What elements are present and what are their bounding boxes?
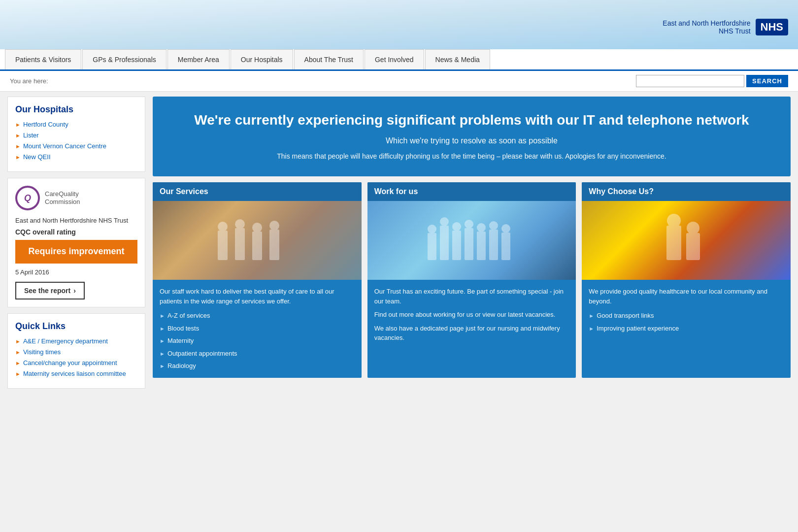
arrow-icon: ► (15, 338, 21, 344)
arrow-icon: ► (15, 133, 21, 138)
quick-link-maternity[interactable]: ► Maternity services liaison committee (15, 370, 137, 377)
arrow-icon: ► (589, 312, 594, 320)
svg-rect-4 (252, 232, 262, 260)
chooseus-card: Why Choose Us? We provide good quality h… (582, 182, 791, 378)
svg-point-25 (687, 222, 699, 234)
org-name: East and North Hertfordshire NHS Trust (663, 19, 750, 35)
services-link-maternity[interactable]: ► Maternity (160, 336, 355, 346)
svg-point-7 (269, 221, 279, 231)
chooseus-card-body: We provide good quality healthcare to ou… (582, 280, 791, 340)
svg-rect-24 (686, 233, 700, 260)
alert-title: We're currently experiencing significant… (172, 111, 771, 129)
main-container: Our Hospitals ► Hertford County ► Lister… (0, 92, 798, 399)
services-link-radiology[interactable]: ► Radiology (160, 361, 355, 371)
svg-point-23 (667, 214, 681, 228)
services-link-az[interactable]: ► A-Z of services (160, 311, 355, 321)
main-nav: Patients & Visitors GPs & Professionals … (0, 49, 798, 71)
svg-point-21 (501, 224, 510, 233)
workforus-card: Work for us (367, 182, 576, 378)
arrow-icon: ► (15, 154, 21, 160)
quick-link-ae[interactable]: ► A&E / Emergency department (15, 337, 137, 345)
services-card-body: Our staff work hard to deliver the best … (153, 280, 362, 378)
chooseus-link-transport[interactable]: ► Good transport links (589, 311, 784, 321)
quick-link-visiting[interactable]: ► Visiting times (15, 348, 137, 356)
nav-item-about[interactable]: About The Trust (294, 49, 364, 69)
services-card-image (153, 201, 362, 280)
svg-point-5 (252, 223, 262, 233)
hospital-link-hertford[interactable]: ► Hertford County (15, 121, 137, 128)
svg-point-11 (440, 217, 449, 226)
hospitals-section: Our Hospitals ► Hertford County ► Lister… (7, 97, 145, 172)
arrow-icon: ► (160, 325, 165, 333)
nav-item-member[interactable]: Member Area (167, 49, 230, 69)
search-button[interactable]: SEARCH (746, 75, 788, 87)
chooseus-card-header: Why Choose Us? (582, 182, 791, 201)
arrow-icon: ► (15, 143, 21, 149)
cqc-trust-name: East and North Hertfordshire NHS Trust (15, 216, 137, 225)
chooseus-link-patient[interactable]: ► Improving patient experience (589, 324, 784, 333)
search-input[interactable] (636, 75, 744, 87)
nav-item-news[interactable]: News & Media (425, 49, 490, 69)
alert-subtitle: Which we're trying to resolve as soon as… (172, 136, 771, 145)
alert-body: This means that people will have difficu… (172, 151, 771, 162)
svg-rect-20 (501, 233, 510, 260)
arrow-icon: ► (15, 122, 21, 128)
alert-banner: We're currently experiencing significant… (153, 97, 791, 176)
svg-rect-14 (465, 228, 473, 260)
services-card: Our Services (153, 182, 362, 378)
breadcrumb-bar: You are here: SEARCH (0, 71, 798, 92)
cqc-rating-label: CQC overall rating (15, 228, 137, 236)
svg-rect-12 (452, 231, 461, 260)
arrow-icon: ► (160, 350, 165, 358)
svg-point-15 (465, 220, 473, 229)
svg-point-1 (218, 222, 228, 232)
quick-links-section: Quick Links ► A&E / Emergency department… (7, 313, 145, 389)
arrow-icon: ► (160, 337, 165, 345)
svg-rect-8 (428, 233, 436, 260)
arrow-icon: ► (160, 312, 165, 320)
workforus-card-body: Our Trust has an exciting future. Be par… (367, 280, 576, 350)
breadcrumb: You are here: (10, 77, 48, 85)
svg-rect-10 (440, 226, 449, 260)
workforus-card-image (367, 201, 576, 280)
cqc-section: Q CareQuality Commission East and North … (7, 178, 145, 307)
services-link-blood[interactable]: ► Blood tests (160, 324, 355, 333)
cqc-logo: Q CareQuality Commission (15, 186, 137, 210)
nav-item-involved[interactable]: Get Involved (365, 49, 424, 69)
cqc-circle-icon: Q (15, 186, 40, 210)
sidebar: Our Hospitals ► Hertford County ► Lister… (7, 97, 145, 395)
arrow-icon: ► (15, 360, 21, 366)
svg-rect-6 (269, 230, 279, 260)
svg-rect-18 (489, 230, 498, 260)
services-link-outpatient[interactable]: ► Outpatient appointments (160, 349, 355, 359)
arrow-icon: ► (15, 349, 21, 355)
quick-link-cancel[interactable]: ► Cancel/change your appointment (15, 359, 137, 366)
nav-item-hospitals[interactable]: Our Hospitals (231, 49, 293, 69)
services-card-header: Our Services (153, 182, 362, 201)
search-box: SEARCH (636, 75, 788, 87)
nav-item-gps[interactable]: GPs & Professionals (82, 49, 166, 69)
nhs-logo: East and North Hertfordshire NHS Trust N… (663, 19, 788, 35)
hospitals-title: Our Hospitals (15, 104, 137, 115)
hospital-link-lister[interactable]: ► Lister (15, 132, 137, 139)
arrow-icon: ► (15, 371, 21, 377)
quick-links-title: Quick Links (15, 321, 137, 332)
cards-row: Our Services (153, 182, 791, 378)
svg-rect-22 (666, 226, 681, 260)
svg-rect-2 (235, 228, 245, 260)
cqc-rating-badge: Requires improvement (15, 240, 137, 263)
svg-point-9 (428, 225, 436, 233)
svg-point-17 (477, 223, 486, 232)
cqc-name: CareQuality Commission (45, 190, 80, 205)
hospital-link-new-qeii[interactable]: ► New QEII (15, 153, 137, 161)
hospital-link-mount-vernon[interactable]: ► Mount Vernon Cancer Centre (15, 142, 137, 150)
nav-item-patients[interactable]: Patients & Visitors (5, 49, 81, 69)
see-report-button[interactable]: See the report › (15, 282, 85, 299)
arrow-icon: ► (160, 362, 165, 370)
svg-point-3 (235, 219, 245, 229)
nhs-badge: NHS (756, 19, 788, 35)
svg-point-13 (452, 222, 461, 231)
content-area: We're currently experiencing significant… (153, 97, 791, 395)
arrow-icon: ► (589, 325, 594, 333)
chooseus-card-image (582, 201, 791, 280)
